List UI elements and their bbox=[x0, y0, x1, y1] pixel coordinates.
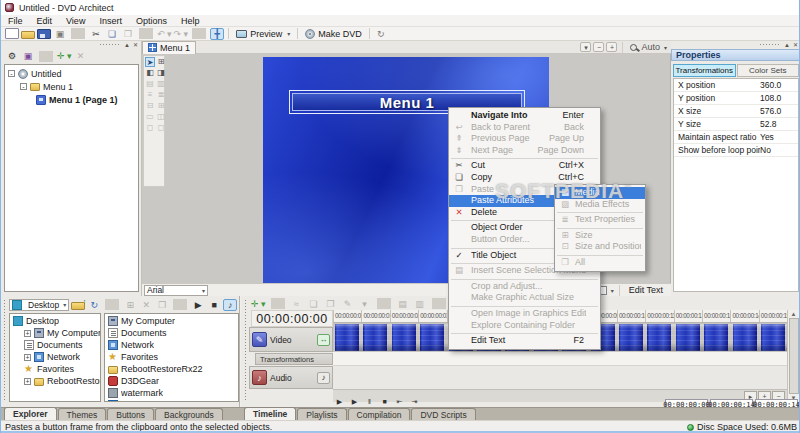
drag-grip[interactable] bbox=[759, 43, 781, 47]
selection-tool-icon[interactable]: ➤ bbox=[145, 57, 155, 67]
fit-button[interactable]: ▾ bbox=[580, 42, 591, 52]
audio-volume-icon[interactable]: ♪ bbox=[317, 372, 330, 384]
menu-bar-item[interactable]: View bbox=[59, 16, 92, 26]
audio-track-header[interactable]: ♪ Audio ♪ bbox=[249, 366, 333, 389]
chevron-down-icon[interactable]: ▾ bbox=[611, 287, 614, 294]
menu-item[interactable]: ⇟ Next Page Page Down bbox=[449, 145, 600, 157]
video-track-header[interactable]: ✎ Video ↔ bbox=[249, 327, 333, 352]
save-project-icon[interactable] bbox=[37, 29, 51, 39]
transformations-lane[interactable] bbox=[333, 352, 787, 366]
separator[interactable] bbox=[139, 28, 153, 39]
transformations-row[interactable]: Transformations bbox=[255, 353, 333, 365]
folder-tree-item[interactable]: + Network bbox=[10, 351, 100, 363]
safe-area-icon[interactable]: ◧ bbox=[145, 68, 155, 78]
menu-title-text[interactable]: Menu 1 bbox=[380, 94, 435, 111]
file-list-item[interactable]: watermark bbox=[105, 387, 238, 399]
separator[interactable] bbox=[105, 299, 119, 310]
go-to-end-icon[interactable]: ⇥ bbox=[408, 396, 421, 407]
optimize-disc-icon[interactable]: ⚙ bbox=[5, 50, 19, 62]
preview-button[interactable]: Preview ▾ bbox=[232, 28, 294, 40]
menu-item[interactable]: Navigate Into Enter bbox=[449, 110, 600, 122]
insert-object-icon[interactable]: ✛ ▾ bbox=[57, 50, 72, 62]
zoom-in-button[interactable]: + bbox=[606, 42, 617, 52]
center-horizontal-icon[interactable]: ⊟ bbox=[145, 101, 155, 111]
separator[interactable] bbox=[432, 298, 446, 309]
align-left-icon[interactable]: ▤ bbox=[145, 79, 155, 89]
paste-icon[interactable]: ❐ bbox=[155, 299, 169, 311]
menu-item[interactable]: Crop and Adjust... bbox=[449, 281, 600, 293]
scroll-up-icon[interactable]: ▲ bbox=[791, 311, 797, 317]
paste-event-icon[interactable]: ❐ bbox=[324, 298, 338, 310]
folder-tree-item[interactable]: + My Computer bbox=[10, 327, 100, 339]
menu-item[interactable]: ✂ Cut Ctrl+X bbox=[449, 160, 600, 172]
close-icon[interactable]: ✕ bbox=[133, 42, 138, 48]
more-options-icon[interactable]: ▾ bbox=[358, 298, 372, 310]
drag-grip[interactable] bbox=[99, 43, 121, 47]
property-value[interactable]: 360.0 bbox=[760, 80, 798, 90]
separator[interactable] bbox=[271, 298, 285, 309]
copy-event-icon[interactable]: ❏ bbox=[307, 298, 321, 310]
submenu-item[interactable]: ▦ Media bbox=[555, 187, 645, 199]
tree-item[interactable]: - Untitled bbox=[5, 67, 138, 80]
audio-lane[interactable] bbox=[333, 366, 787, 389]
insert-media-icon[interactable]: ✛ ▾ bbox=[251, 298, 266, 310]
play-icon[interactable]: ▶ bbox=[348, 396, 361, 407]
separator[interactable] bbox=[39, 51, 53, 62]
submenu-item[interactable]: ≣ Text Properties bbox=[555, 214, 645, 226]
property-value[interactable]: 52.8 bbox=[760, 119, 798, 129]
submenu-item[interactable]: ❐ All bbox=[555, 257, 645, 269]
delete-object-icon[interactable]: ✕ bbox=[74, 50, 88, 62]
menu-bar-item[interactable]: Options bbox=[129, 16, 174, 26]
explorer-tab[interactable]: Themes bbox=[58, 408, 107, 420]
insert-track-icon[interactable]: ▤ bbox=[396, 298, 410, 310]
file-list-item[interactable]: Windows 10 Update Assistant bbox=[105, 399, 238, 402]
play-from-start-icon[interactable]: ▶ bbox=[333, 396, 346, 407]
same-size-icon[interactable]: ◻ bbox=[145, 123, 155, 133]
file-list-item[interactable]: My Computer bbox=[105, 315, 238, 327]
menu-item[interactable]: Open Image in Graphics Editor bbox=[449, 308, 600, 320]
explorer-tab[interactable]: Explorer bbox=[4, 407, 57, 420]
center-vertical-icon[interactable]: ⊞ bbox=[156, 101, 166, 111]
stop-icon[interactable]: ■ bbox=[378, 396, 391, 407]
auto-preview-icon[interactable]: ♪ bbox=[223, 299, 237, 311]
menu-bar-item[interactable]: Edit bbox=[30, 16, 60, 26]
properties-tab[interactable]: Color Sets bbox=[737, 64, 800, 77]
delete-track-icon[interactable]: ▥ bbox=[413, 298, 427, 310]
timeline-tab[interactable]: DVD Scripts bbox=[411, 408, 475, 420]
expander-icon[interactable]: - bbox=[20, 83, 27, 90]
make-dvd-button[interactable]: Make DVD bbox=[301, 28, 366, 40]
expander-icon[interactable]: - bbox=[8, 70, 15, 77]
menu-item[interactable]: Make Graphic Actual Size bbox=[449, 292, 600, 304]
expander-icon[interactable]: + bbox=[24, 330, 31, 337]
spacing-icon[interactable]: ◻ bbox=[156, 123, 166, 133]
drag-grip[interactable] bbox=[242, 298, 248, 402]
same-width-icon[interactable]: ▭ bbox=[145, 112, 155, 122]
align-top-icon[interactable]: ≡ bbox=[145, 90, 155, 100]
property-value[interactable]: 576.0 bbox=[760, 106, 798, 116]
file-list-item[interactable]: D3DGear bbox=[105, 375, 238, 387]
menu-item[interactable]: Explore Containing Folder bbox=[449, 320, 600, 332]
remote-control-icon[interactable]: ↻ bbox=[374, 28, 388, 40]
delete-icon[interactable]: ✕ bbox=[139, 299, 153, 311]
preview-quality-icon[interactable]: ◨ bbox=[156, 68, 166, 78]
timeline-time-display[interactable]: 00:00:00:00 bbox=[251, 310, 333, 327]
go-to-start-icon[interactable]: ⇤ bbox=[393, 396, 406, 407]
cut-icon[interactable]: ✂ bbox=[89, 28, 103, 40]
envelope-icon[interactable]: ≈ bbox=[290, 298, 304, 310]
menu-item[interactable]: Edit Text F2 bbox=[449, 335, 600, 347]
menu-bar-item[interactable]: Help bbox=[174, 16, 207, 26]
menu-item[interactable]: ↩ Back to Parent Back bbox=[449, 122, 600, 134]
separator[interactable] bbox=[71, 28, 85, 39]
zoom-out-button[interactable]: − bbox=[593, 42, 604, 52]
chevron-down-icon[interactable]: ▾ bbox=[664, 44, 667, 51]
tree-item[interactable]: - Menu 1 bbox=[5, 80, 138, 93]
make-dvd-setup-icon[interactable]: ▣ bbox=[21, 50, 35, 62]
add-to-project-icon[interactable]: ⊞ bbox=[123, 299, 137, 311]
font-family-select[interactable]: Arial ▾ bbox=[144, 285, 208, 296]
drag-grip[interactable] bbox=[2, 298, 7, 402]
location-select[interactable]: Desktop ▾ bbox=[9, 299, 69, 311]
close-icon[interactable]: ✕ bbox=[793, 42, 798, 48]
timeline-tab[interactable]: Timeline bbox=[244, 407, 296, 420]
folder-tree-item[interactable]: Documents bbox=[10, 339, 100, 351]
video-mute-icon[interactable]: ↔ bbox=[317, 334, 330, 346]
